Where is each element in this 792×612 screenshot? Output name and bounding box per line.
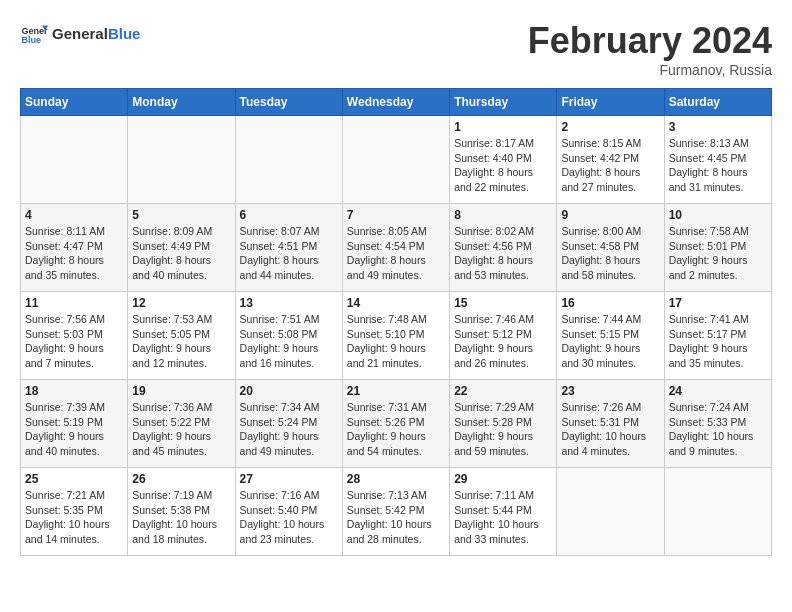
day-info: Sunrise: 7:48 AM Sunset: 5:10 PM Dayligh… (347, 312, 445, 371)
day-number: 13 (240, 296, 338, 310)
calendar-cell (21, 116, 128, 204)
day-number: 9 (561, 208, 659, 222)
calendar-cell (342, 116, 449, 204)
day-number: 6 (240, 208, 338, 222)
day-number: 2 (561, 120, 659, 134)
calendar-cell (235, 116, 342, 204)
day-info: Sunrise: 8:07 AM Sunset: 4:51 PM Dayligh… (240, 224, 338, 283)
logo: General Blue GeneralBlue (20, 20, 140, 48)
calendar-cell: 8Sunrise: 8:02 AM Sunset: 4:56 PM Daylig… (450, 204, 557, 292)
day-number: 26 (132, 472, 230, 486)
calendar-cell: 25Sunrise: 7:21 AM Sunset: 5:35 PM Dayli… (21, 468, 128, 556)
calendar-cell: 2Sunrise: 8:15 AM Sunset: 4:42 PM Daylig… (557, 116, 664, 204)
calendar-body: 1Sunrise: 8:17 AM Sunset: 4:40 PM Daylig… (21, 116, 772, 556)
day-number: 24 (669, 384, 767, 398)
day-number: 8 (454, 208, 552, 222)
calendar-cell: 10Sunrise: 7:58 AM Sunset: 5:01 PM Dayli… (664, 204, 771, 292)
day-header-saturday: Saturday (664, 89, 771, 116)
calendar-week-row: 18Sunrise: 7:39 AM Sunset: 5:19 PM Dayli… (21, 380, 772, 468)
day-number: 4 (25, 208, 123, 222)
day-number: 28 (347, 472, 445, 486)
calendar-cell: 21Sunrise: 7:31 AM Sunset: 5:26 PM Dayli… (342, 380, 449, 468)
calendar-cell: 14Sunrise: 7:48 AM Sunset: 5:10 PM Dayli… (342, 292, 449, 380)
calendar-cell (557, 468, 664, 556)
day-number: 5 (132, 208, 230, 222)
calendar-cell: 6Sunrise: 8:07 AM Sunset: 4:51 PM Daylig… (235, 204, 342, 292)
calendar-cell (128, 116, 235, 204)
day-header-monday: Monday (128, 89, 235, 116)
day-info: Sunrise: 7:53 AM Sunset: 5:05 PM Dayligh… (132, 312, 230, 371)
calendar-week-row: 11Sunrise: 7:56 AM Sunset: 5:03 PM Dayli… (21, 292, 772, 380)
calendar-cell: 1Sunrise: 8:17 AM Sunset: 4:40 PM Daylig… (450, 116, 557, 204)
calendar-week-row: 1Sunrise: 8:17 AM Sunset: 4:40 PM Daylig… (21, 116, 772, 204)
day-number: 3 (669, 120, 767, 134)
calendar-cell: 16Sunrise: 7:44 AM Sunset: 5:15 PM Dayli… (557, 292, 664, 380)
location: Furmanov, Russia (528, 62, 772, 78)
calendar-cell: 12Sunrise: 7:53 AM Sunset: 5:05 PM Dayli… (128, 292, 235, 380)
page-header: General Blue GeneralBlue February 2024 F… (20, 20, 772, 78)
calendar-cell: 11Sunrise: 7:56 AM Sunset: 5:03 PM Dayli… (21, 292, 128, 380)
calendar-week-row: 25Sunrise: 7:21 AM Sunset: 5:35 PM Dayli… (21, 468, 772, 556)
day-info: Sunrise: 7:21 AM Sunset: 5:35 PM Dayligh… (25, 488, 123, 547)
day-number: 10 (669, 208, 767, 222)
day-number: 19 (132, 384, 230, 398)
day-info: Sunrise: 7:39 AM Sunset: 5:19 PM Dayligh… (25, 400, 123, 459)
day-number: 17 (669, 296, 767, 310)
day-number: 23 (561, 384, 659, 398)
day-info: Sunrise: 7:16 AM Sunset: 5:40 PM Dayligh… (240, 488, 338, 547)
day-info: Sunrise: 8:02 AM Sunset: 4:56 PM Dayligh… (454, 224, 552, 283)
day-info: Sunrise: 7:51 AM Sunset: 5:08 PM Dayligh… (240, 312, 338, 371)
day-header-thursday: Thursday (450, 89, 557, 116)
day-number: 15 (454, 296, 552, 310)
calendar-cell: 5Sunrise: 8:09 AM Sunset: 4:49 PM Daylig… (128, 204, 235, 292)
day-number: 22 (454, 384, 552, 398)
day-info: Sunrise: 8:11 AM Sunset: 4:47 PM Dayligh… (25, 224, 123, 283)
calendar-cell: 20Sunrise: 7:34 AM Sunset: 5:24 PM Dayli… (235, 380, 342, 468)
month-title: February 2024 (528, 20, 772, 62)
logo-icon: General Blue (20, 20, 48, 48)
title-block: February 2024 Furmanov, Russia (528, 20, 772, 78)
day-header-sunday: Sunday (21, 89, 128, 116)
day-info: Sunrise: 7:46 AM Sunset: 5:12 PM Dayligh… (454, 312, 552, 371)
calendar-cell: 4Sunrise: 8:11 AM Sunset: 4:47 PM Daylig… (21, 204, 128, 292)
day-number: 16 (561, 296, 659, 310)
calendar-week-row: 4Sunrise: 8:11 AM Sunset: 4:47 PM Daylig… (21, 204, 772, 292)
day-header-wednesday: Wednesday (342, 89, 449, 116)
calendar-cell: 19Sunrise: 7:36 AM Sunset: 5:22 PM Dayli… (128, 380, 235, 468)
calendar-cell (664, 468, 771, 556)
calendar-cell: 13Sunrise: 7:51 AM Sunset: 5:08 PM Dayli… (235, 292, 342, 380)
calendar-cell: 15Sunrise: 7:46 AM Sunset: 5:12 PM Dayli… (450, 292, 557, 380)
calendar-cell: 18Sunrise: 7:39 AM Sunset: 5:19 PM Dayli… (21, 380, 128, 468)
calendar-cell: 3Sunrise: 8:13 AM Sunset: 4:45 PM Daylig… (664, 116, 771, 204)
day-info: Sunrise: 7:13 AM Sunset: 5:42 PM Dayligh… (347, 488, 445, 547)
day-info: Sunrise: 8:17 AM Sunset: 4:40 PM Dayligh… (454, 136, 552, 195)
day-header-friday: Friday (557, 89, 664, 116)
calendar-table: SundayMondayTuesdayWednesdayThursdayFrid… (20, 88, 772, 556)
day-info: Sunrise: 7:24 AM Sunset: 5:33 PM Dayligh… (669, 400, 767, 459)
calendar-cell: 27Sunrise: 7:16 AM Sunset: 5:40 PM Dayli… (235, 468, 342, 556)
day-number: 18 (25, 384, 123, 398)
day-number: 27 (240, 472, 338, 486)
day-info: Sunrise: 8:05 AM Sunset: 4:54 PM Dayligh… (347, 224, 445, 283)
day-info: Sunrise: 7:36 AM Sunset: 5:22 PM Dayligh… (132, 400, 230, 459)
day-info: Sunrise: 7:11 AM Sunset: 5:44 PM Dayligh… (454, 488, 552, 547)
svg-text:Blue: Blue (21, 35, 41, 45)
day-number: 21 (347, 384, 445, 398)
day-info: Sunrise: 7:29 AM Sunset: 5:28 PM Dayligh… (454, 400, 552, 459)
calendar-cell: 17Sunrise: 7:41 AM Sunset: 5:17 PM Dayli… (664, 292, 771, 380)
day-number: 1 (454, 120, 552, 134)
calendar-cell: 22Sunrise: 7:29 AM Sunset: 5:28 PM Dayli… (450, 380, 557, 468)
calendar-cell: 7Sunrise: 8:05 AM Sunset: 4:54 PM Daylig… (342, 204, 449, 292)
calendar-header-row: SundayMondayTuesdayWednesdayThursdayFrid… (21, 89, 772, 116)
day-info: Sunrise: 7:34 AM Sunset: 5:24 PM Dayligh… (240, 400, 338, 459)
day-info: Sunrise: 7:19 AM Sunset: 5:38 PM Dayligh… (132, 488, 230, 547)
day-number: 14 (347, 296, 445, 310)
day-info: Sunrise: 8:00 AM Sunset: 4:58 PM Dayligh… (561, 224, 659, 283)
day-info: Sunrise: 7:26 AM Sunset: 5:31 PM Dayligh… (561, 400, 659, 459)
day-number: 7 (347, 208, 445, 222)
day-number: 12 (132, 296, 230, 310)
day-info: Sunrise: 8:09 AM Sunset: 4:49 PM Dayligh… (132, 224, 230, 283)
calendar-cell: 24Sunrise: 7:24 AM Sunset: 5:33 PM Dayli… (664, 380, 771, 468)
day-info: Sunrise: 7:58 AM Sunset: 5:01 PM Dayligh… (669, 224, 767, 283)
calendar-cell: 9Sunrise: 8:00 AM Sunset: 4:58 PM Daylig… (557, 204, 664, 292)
